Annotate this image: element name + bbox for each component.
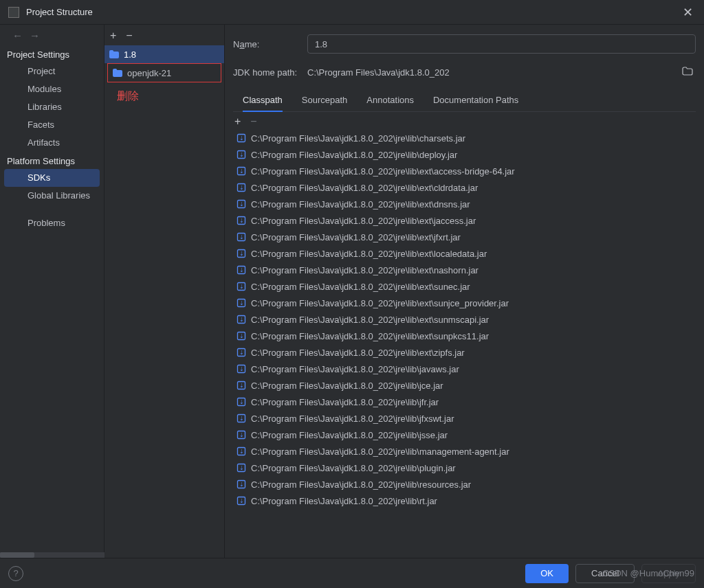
nav-history: ← → bbox=[0, 25, 104, 45]
close-icon[interactable]: ✕ bbox=[680, 5, 696, 20]
svg-text:⇣: ⇣ bbox=[239, 432, 244, 438]
nav-global-libraries[interactable]: Global Libraries bbox=[0, 187, 104, 205]
classpath-row-label: C:\Program Files\Java\jdk1.8.0_202\jre\l… bbox=[251, 150, 457, 160]
svg-text:⇣: ⇣ bbox=[239, 152, 244, 158]
classpath-row-label: C:\Program Files\Java\jdk1.8.0_202\jre\l… bbox=[251, 282, 470, 292]
forward-icon[interactable]: → bbox=[30, 30, 40, 41]
classpath-row-label: C:\Program Files\Java\jdk1.8.0_202\jre\l… bbox=[251, 430, 448, 440]
nav-libraries[interactable]: Libraries bbox=[0, 98, 104, 116]
jar-icon: ⇣ bbox=[236, 381, 247, 390]
classpath-row-label: C:\Program Files\Java\jdk1.8.0_202\jre\l… bbox=[251, 381, 443, 391]
svg-text:⇣: ⇣ bbox=[239, 350, 244, 356]
nav-artifacts[interactable]: Artifacts bbox=[0, 134, 104, 152]
name-label: Name: bbox=[233, 39, 299, 49]
classpath-row[interactable]: ⇣C:\Program Files\Java\jdk1.8.0_202\jre\… bbox=[233, 130, 696, 146]
tab-documentation[interactable]: Documentation Paths bbox=[433, 91, 518, 111]
classpath-row-label: C:\Program Files\Java\jdk1.8.0_202\jre\l… bbox=[251, 479, 471, 490]
classpath-row[interactable]: ⇣C:\Program Files\Java\jdk1.8.0_202\jre\… bbox=[233, 278, 696, 295]
classpath-row[interactable]: ⇣C:\Program Files\Java\jdk1.8.0_202\jre\… bbox=[233, 361, 696, 377]
jar-icon: ⇣ bbox=[236, 199, 247, 209]
jar-icon: ⇣ bbox=[236, 331, 247, 341]
nav-problems[interactable]: Problems bbox=[0, 214, 104, 232]
classpath-row[interactable]: ⇣C:\Program Files\Java\jdk1.8.0_202\jre\… bbox=[233, 493, 696, 509]
classpath-row-label: C:\Program Files\Java\jdk1.8.0_202\jre\l… bbox=[251, 315, 489, 325]
classpath-row-label: C:\Program Files\Java\jdk1.8.0_202\jre\l… bbox=[251, 364, 459, 374]
classpath-row-label: C:\Program Files\Java\jdk1.8.0_202\jre\l… bbox=[251, 199, 470, 210]
jar-icon: ⇣ bbox=[236, 414, 247, 423]
nav-facets[interactable]: Facets bbox=[0, 116, 104, 134]
jar-icon: ⇣ bbox=[236, 397, 247, 407]
jar-icon: ⇣ bbox=[236, 348, 247, 357]
classpath-row[interactable]: ⇣C:\Program Files\Java\jdk1.8.0_202\jre\… bbox=[233, 295, 696, 311]
sdk-item-1-8[interactable]: 1.8 bbox=[104, 45, 224, 63]
dialog-footer: ? OK Cancel Apply bbox=[0, 558, 704, 588]
classpath-row[interactable]: ⇣C:\Program Files\Java\jdk1.8.0_202\jre\… bbox=[233, 460, 696, 476]
back-icon[interactable]: ← bbox=[12, 30, 23, 41]
nav-project[interactable]: Project bbox=[0, 63, 104, 80]
jar-icon: ⇣ bbox=[236, 183, 247, 192]
sdk-item-label: openjdk-21 bbox=[127, 68, 171, 78]
classpath-row-label: C:\Program Files\Java\jdk1.8.0_202\jre\l… bbox=[251, 446, 509, 457]
sdk-list-toolbar: + − bbox=[104, 26, 224, 45]
classpath-row[interactable]: ⇣C:\Program Files\Java\jdk1.8.0_202\jre\… bbox=[233, 311, 696, 328]
window-title: Project Structure bbox=[26, 7, 680, 17]
svg-text:⇣: ⇣ bbox=[239, 284, 244, 290]
app-icon bbox=[8, 7, 19, 18]
classpath-row[interactable]: ⇣C:\Program Files\Java\jdk1.8.0_202\jre\… bbox=[233, 262, 696, 278]
name-input[interactable] bbox=[307, 34, 696, 54]
sdk-detail-panel: Name: JDK home path: C:\Program Files\Ja… bbox=[225, 25, 704, 558]
svg-text:⇣: ⇣ bbox=[239, 218, 244, 224]
tab-annotations[interactable]: Annotations bbox=[366, 91, 414, 111]
help-button[interactable]: ? bbox=[8, 566, 23, 581]
classpath-row[interactable]: ⇣C:\Program Files\Java\jdk1.8.0_202\jre\… bbox=[233, 179, 696, 196]
jar-icon: ⇣ bbox=[236, 232, 247, 242]
svg-text:⇣: ⇣ bbox=[239, 465, 244, 471]
classpath-row-label: C:\Program Files\Java\jdk1.8.0_202\jre\l… bbox=[251, 232, 461, 242]
tab-classpath[interactable]: Classpath bbox=[243, 91, 283, 112]
jar-icon: ⇣ bbox=[236, 430, 247, 440]
classpath-row-label: C:\Program Files\Java\jdk1.8.0_202\jre\l… bbox=[251, 183, 478, 193]
classpath-row-label: C:\Program Files\Java\jdk1.8.0_202\jre\l… bbox=[251, 265, 478, 275]
classpath-row[interactable]: ⇣C:\Program Files\Java\jdk1.8.0_202\jre\… bbox=[233, 245, 696, 262]
remove-sdk-button[interactable]: − bbox=[126, 30, 132, 41]
home-path-value: C:\Program Files\Java\jdk1.8.0_202 bbox=[307, 63, 696, 81]
home-path-row: JDK home path: C:\Program Files\Java\jdk… bbox=[233, 63, 696, 81]
classpath-row[interactable]: ⇣C:\Program Files\Java\jdk1.8.0_202\jre\… bbox=[233, 410, 696, 427]
jar-icon: ⇣ bbox=[236, 249, 247, 258]
classpath-row[interactable]: ⇣C:\Program Files\Java\jdk1.8.0_202\jre\… bbox=[233, 394, 696, 410]
classpath-row[interactable]: ⇣C:\Program Files\Java\jdk1.8.0_202\jre\… bbox=[233, 443, 696, 460]
add-sdk-button[interactable]: + bbox=[110, 30, 116, 41]
svg-text:⇣: ⇣ bbox=[239, 449, 244, 455]
detail-tabs: Classpath Sourcepath Annotations Documen… bbox=[233, 91, 696, 112]
tab-sourcepath[interactable]: Sourcepath bbox=[302, 91, 348, 111]
classpath-row[interactable]: ⇣C:\Program Files\Java\jdk1.8.0_202\jre\… bbox=[233, 229, 696, 245]
classpath-row[interactable]: ⇣C:\Program Files\Java\jdk1.8.0_202\jre\… bbox=[233, 212, 696, 229]
svg-text:⇣: ⇣ bbox=[239, 168, 244, 174]
svg-text:⇣: ⇣ bbox=[239, 333, 244, 339]
classpath-row[interactable]: ⇣C:\Program Files\Java\jdk1.8.0_202\jre\… bbox=[233, 163, 696, 179]
classpath-row[interactable]: ⇣C:\Program Files\Java\jdk1.8.0_202\jre\… bbox=[233, 146, 696, 163]
sdk-item-openjdk21[interactable]: openjdk-21 bbox=[108, 64, 221, 82]
ok-button[interactable]: OK bbox=[525, 564, 569, 583]
sdk-list-panel: + − 1.8 openjdk-21 删除 bbox=[104, 25, 225, 558]
add-classpath-button[interactable]: + bbox=[234, 116, 241, 127]
classpath-row-label: C:\Program Files\Java\jdk1.8.0_202\jre\l… bbox=[251, 216, 476, 226]
classpath-row[interactable]: ⇣C:\Program Files\Java\jdk1.8.0_202\jre\… bbox=[233, 328, 696, 344]
jar-icon: ⇣ bbox=[236, 315, 247, 324]
classpath-row[interactable]: ⇣C:\Program Files\Java\jdk1.8.0_202\jre\… bbox=[233, 476, 696, 493]
jar-icon: ⇣ bbox=[236, 265, 247, 275]
classpath-row[interactable]: ⇣C:\Program Files\Java\jdk1.8.0_202\jre\… bbox=[233, 377, 696, 394]
project-settings-header: Project Settings bbox=[0, 45, 104, 63]
svg-text:⇣: ⇣ bbox=[239, 267, 244, 273]
name-row: Name: bbox=[233, 34, 696, 54]
sdk-item-label: 1.8 bbox=[124, 49, 136, 60]
classpath-row[interactable]: ⇣C:\Program Files\Java\jdk1.8.0_202\jre\… bbox=[233, 427, 696, 443]
nav-scrollbar[interactable] bbox=[0, 552, 104, 558]
nav-sdks[interactable]: SDKs bbox=[4, 169, 100, 187]
remove-classpath-button[interactable]: − bbox=[250, 116, 256, 127]
classpath-list[interactable]: ⇣C:\Program Files\Java\jdk1.8.0_202\jre\… bbox=[233, 130, 696, 558]
classpath-row[interactable]: ⇣C:\Program Files\Java\jdk1.8.0_202\jre\… bbox=[233, 344, 696, 361]
classpath-row[interactable]: ⇣C:\Program Files\Java\jdk1.8.0_202\jre\… bbox=[233, 196, 696, 212]
nav-modules[interactable]: Modules bbox=[0, 80, 104, 98]
browse-folder-icon[interactable] bbox=[682, 67, 693, 78]
